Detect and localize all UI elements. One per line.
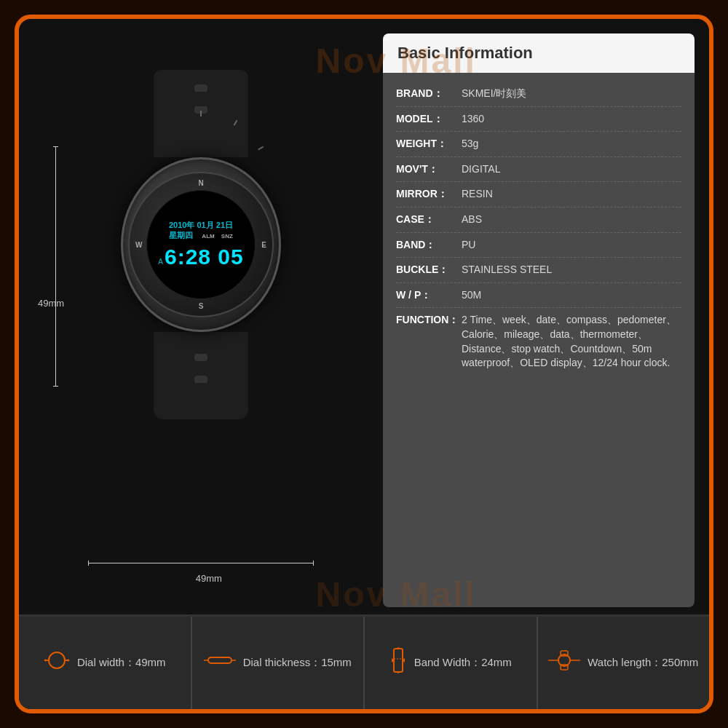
svg-marker-4 (68, 659, 70, 662)
dial-width-label: Dial width：49mm (77, 656, 166, 670)
dial-alarm: ALM (202, 233, 214, 240)
info-title: Basic Information (397, 44, 680, 63)
info-val-1: 1360 (462, 112, 681, 127)
info-val-7: STAINLESS STEEL (462, 263, 681, 277)
bottom-strip: Dial width：49mm Dial thickness：15mm (19, 614, 709, 709)
info-key-5: CASE： (396, 213, 462, 227)
info-row-3: MOV'T：DIGITAL (396, 157, 681, 183)
cardinal-n: N (198, 179, 203, 187)
dial-date-line1: 2010年 01月 21日 (169, 220, 233, 230)
info-key-3: MOV'T： (396, 162, 462, 177)
dim-line-horizontal (88, 563, 314, 563)
info-key-2: WEIGHT： (396, 137, 462, 151)
dial-time: 6:28 05 (165, 245, 244, 269)
info-row-5: CASE：ABS (396, 207, 681, 233)
dial-width-icon (44, 647, 70, 678)
watch-image: N S E W 2010年 01月 21日 星期四 ALM (84, 70, 317, 448)
cell-dial-thickness: Dial thickness：15mm (192, 617, 365, 709)
watch-dial: 2010年 01月 21日 星期四 ALM SNZ A 6:28 05 (146, 190, 256, 299)
cardinal-e: E (261, 241, 266, 249)
info-row-0: BRAND：SKMEI/时刻美 (396, 82, 681, 107)
info-key-8: W / P： (396, 288, 462, 303)
product-frame: Nov Mall Nov Mall 49mm 49mm (15, 15, 713, 713)
cardinal-w: W (135, 241, 142, 249)
band-width-label: Band Width：24mm (414, 656, 512, 670)
dial-date-line2: 星期四 ALM SNZ (169, 230, 233, 240)
info-key-0: BRAND： (396, 87, 462, 101)
svg-rect-5 (208, 657, 232, 663)
info-key-1: MODEL： (396, 112, 462, 127)
cardinal-s: S (199, 302, 204, 310)
info-val-8: 50M (462, 288, 681, 303)
info-header: Basic Information (383, 33, 695, 73)
watch-case: N S E W 2010年 01月 21日 星期四 ALM (121, 157, 281, 332)
info-row-2: WEIGHT：53g (396, 132, 681, 157)
svg-point-0 (49, 652, 65, 668)
band-width-icon (389, 647, 407, 678)
dial-a-label: A (158, 258, 163, 266)
info-val-4: RESIN (462, 187, 681, 202)
watch-area: 49mm 49mm N S E (33, 33, 368, 607)
watch-length-icon (548, 650, 580, 676)
info-body: BRAND：SKMEI/时刻美MODEL：1360WEIGHT：53gMOV'T… (383, 73, 695, 607)
svg-marker-3 (44, 659, 46, 662)
width-dimension: 49mm (196, 573, 222, 584)
main-content: 49mm 49mm N S E (19, 19, 709, 614)
info-val-6: PU (462, 238, 681, 253)
dim-line-vertical (55, 146, 56, 387)
bezel: N S E W 2010年 01月 21日 星期四 ALM (128, 172, 274, 317)
info-row-4: MIRROR：RESIN (396, 182, 681, 207)
info-val-9: 2 Time、week、date、compass、pedometer、Calor… (462, 313, 681, 370)
watch-length-label: Watch length：250mm (587, 656, 698, 670)
info-panel: Basic Information BRAND：SKMEI/时刻美MODEL：1… (383, 33, 695, 607)
info-key-4: MIRROR： (396, 187, 462, 202)
dial-thickness-label: Dial thickness：15mm (243, 656, 352, 670)
info-row-6: BAND：PU (396, 233, 681, 258)
cell-watch-length: Watch length：250mm (538, 617, 710, 709)
info-val-0: SKMEI/时刻美 (462, 87, 681, 101)
height-dimension: 49mm (38, 298, 64, 309)
info-val-5: ABS (462, 213, 681, 227)
dial-snooze: SNZ (221, 233, 233, 240)
info-val-2: 53g (462, 137, 681, 151)
info-key-9: FUNCTION： (396, 313, 462, 328)
cell-band-width: Band Width：24mm (365, 617, 538, 709)
info-row-1: MODEL：1360 (396, 107, 681, 132)
info-row-8: W / P：50M (396, 283, 681, 309)
info-row-7: BUCKLE：STAINLESS STEEL (396, 258, 681, 283)
info-key-6: BAND： (396, 238, 462, 253)
cell-dial-width: Dial width：49mm (19, 617, 192, 709)
strap-bottom (154, 332, 248, 419)
info-row-9: FUNCTION：2 Time、week、date、compass、pedome… (396, 308, 681, 375)
info-key-7: BUCKLE： (396, 263, 462, 277)
info-val-3: DIGITAL (462, 162, 681, 177)
dial-thickness-icon (204, 650, 236, 676)
svg-rect-10 (394, 649, 403, 672)
